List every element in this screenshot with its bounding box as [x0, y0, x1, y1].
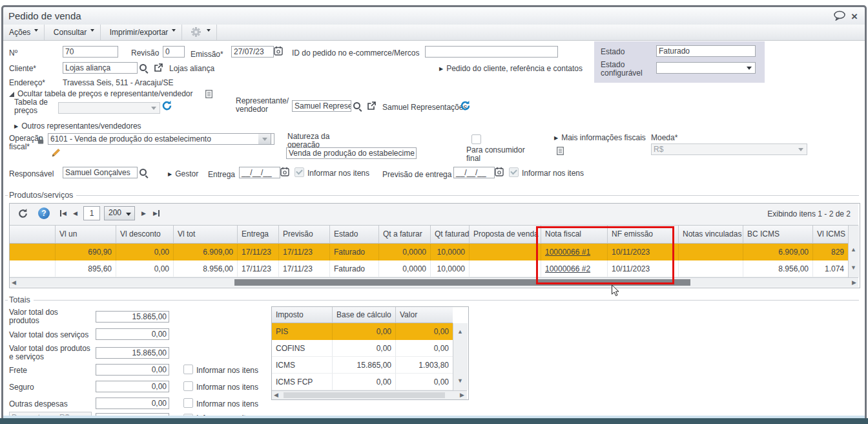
frete-field[interactable]: 0,00: [96, 364, 169, 376]
gestor-toggle[interactable]: Gestor: [168, 169, 198, 178]
col-header-vl-icms[interactable]: Vl ICMS: [813, 226, 848, 244]
col-header-qt-faturada[interactable]: Qt faturada: [431, 226, 470, 244]
outras-despesas-informar-checkbox[interactable]: [183, 398, 193, 408]
combo-dropdown-button[interactable]: [258, 133, 271, 145]
cell-vl-un: 895,60: [56, 260, 116, 277]
consultar-menu-button[interactable]: Consultar: [48, 25, 101, 40]
frete-informar-checkbox[interactable]: [183, 365, 193, 374]
search-icon[interactable]: [140, 169, 148, 177]
seguro-field[interactable]: 0,00: [96, 381, 169, 392]
outros-representantes-toggle[interactable]: Outros representantes/vendedores: [14, 122, 141, 131]
note-icon[interactable]: [205, 89, 212, 101]
ocultar-tabela-toggle[interactable]: Ocultar tabela de preços e representante…: [9, 89, 193, 98]
scroll-up-icon[interactable]: ▲: [457, 328, 463, 335]
close-icon[interactable]: [851, 11, 860, 20]
scroll-down-icon[interactable]: ▼: [851, 264, 856, 271]
scroll-right-icon[interactable]: ▶: [852, 279, 856, 286]
external-link-icon[interactable]: [154, 63, 163, 75]
col-header-valor[interactable]: Valor: [396, 307, 453, 323]
col-header-entrega[interactable]: Entrega: [238, 226, 279, 244]
responsavel-field[interactable]: Samuel Gonçalves: [63, 167, 138, 178]
pagination-prev-icon[interactable]: ◀: [73, 210, 78, 217]
previsao-informar-checkbox[interactable]: [509, 167, 519, 177]
scroll-right-icon[interactable]: ▶: [460, 392, 464, 398]
pagination-next-icon[interactable]: ▶: [141, 210, 146, 217]
scrollbar-thumb[interactable]: [284, 392, 445, 398]
col-header-vl-tot[interactable]: Vl tot: [174, 226, 238, 244]
scroll-left-icon[interactable]: ◀: [274, 392, 278, 398]
scroll-up-icon[interactable]: ▲: [851, 246, 856, 253]
search-icon[interactable]: [140, 64, 148, 72]
estado-configuravel-select[interactable]: [656, 62, 756, 74]
no-field[interactable]: 70: [63, 46, 118, 58]
comment-icon[interactable]: [833, 10, 846, 23]
col-header-bc-icms[interactable]: BC ICMS: [743, 226, 813, 244]
operacao-fiscal-combo[interactable]: 6101 - Venda de produção do estabelecime…: [48, 133, 274, 145]
previsao-date-field[interactable]: __/__/__: [453, 167, 495, 178]
calendar-icon[interactable]: [280, 167, 290, 180]
col-header-base-calculo[interactable]: Base de cálculo: [333, 307, 396, 323]
entrega-date-field[interactable]: __/__/__: [239, 167, 280, 178]
pagination-last-icon[interactable]: ▶: [153, 210, 160, 217]
entrega-informar-checkbox[interactable]: [294, 167, 304, 177]
representante-field[interactable]: Samuel Represe: [292, 100, 351, 112]
calendar-icon[interactable]: [274, 46, 284, 59]
col-header-vl-desconto[interactable]: Vl desconto: [116, 226, 174, 244]
imprimir-exportar-menu-button[interactable]: Imprimir/exportar: [104, 25, 183, 40]
pedido-cliente-toggle[interactable]: Pedido do cliente, referência e contatos: [439, 64, 583, 73]
pagination-size-select[interactable]: 200: [104, 206, 135, 220]
table-row[interactable]: 895,60 0,00 8.956,00 17/11/23 17/11/23 F…: [10, 260, 848, 277]
consumidor-final-checkbox[interactable]: [471, 134, 481, 144]
frete-label: Frete: [9, 366, 27, 375]
acoes-menu-button[interactable]: Ações: [3, 25, 45, 40]
horizontal-scrollbar[interactable]: ◀ ▶: [272, 390, 467, 399]
pencil-icon[interactable]: [52, 148, 61, 160]
grid-refresh-icon[interactable]: [17, 208, 28, 222]
col-header-notas-vinculadas[interactable]: Notas vinculadas: [679, 226, 743, 244]
table-row[interactable]: COFINS 0,00 0,00: [272, 340, 453, 357]
id-ecommerce-field[interactable]: [425, 46, 558, 58]
note-icon[interactable]: [557, 146, 564, 158]
table-row[interactable]: ICMS 15.865,00 1.903,80: [272, 357, 453, 374]
col-header-proposta[interactable]: Proposta de venda: [470, 226, 541, 244]
table-row[interactable]: PIS 0,00 0,00: [272, 323, 453, 340]
natureza-field[interactable]: Venda de produção do estabelecime: [286, 147, 417, 159]
table-row[interactable]: 690,90 0,00 6.909,00 17/11/23 17/11/23 F…: [10, 244, 848, 260]
vertical-scrollbar[interactable]: ▲ ▼: [453, 323, 468, 390]
col-header-estado[interactable]: Estado: [330, 226, 379, 244]
total-servicos-field[interactable]: 0,00: [96, 328, 169, 340]
col-header-previsao[interactable]: Previsão: [279, 226, 330, 244]
cliente-link[interactable]: Lojas aliança: [169, 65, 214, 73]
help-icon[interactable]: ?: [38, 207, 50, 219]
table-row[interactable]: ICMS FCP 0,00 0,00: [272, 374, 453, 390]
refresh-icon[interactable]: [460, 100, 471, 114]
scroll-left-icon[interactable]: ◀: [12, 279, 16, 286]
revisao-field[interactable]: 0: [163, 46, 185, 58]
cliente-field[interactable]: Lojas aliança: [63, 62, 138, 74]
col-header-qt-a-faturar[interactable]: Qt a faturar: [379, 226, 431, 244]
vertical-scrollbar[interactable]: ▲ ▼: [848, 226, 859, 277]
horizontal-scrollbar[interactable]: ◀ ▶: [10, 277, 858, 287]
tabela-precos-select[interactable]: [58, 102, 160, 114]
refresh-icon[interactable]: [161, 100, 172, 114]
search-icon[interactable]: [353, 102, 362, 111]
total-produtos-field[interactable]: 15.865,00: [96, 311, 169, 323]
col-header-imposto[interactable]: Imposto: [272, 307, 333, 323]
calendar-icon[interactable]: [495, 167, 504, 180]
cell-vl-desconto: 0,00: [116, 260, 174, 277]
pagination-page-field[interactable]: 1: [83, 206, 100, 220]
estado-field[interactable]: Faturado: [656, 45, 756, 57]
moeda-select[interactable]: R$: [651, 143, 807, 155]
settings-menu-button[interactable]: [185, 25, 217, 40]
seguro-informar-checkbox[interactable]: [183, 381, 193, 391]
external-link-icon[interactable]: [367, 101, 377, 113]
pagination-first-icon[interactable]: ◀: [60, 210, 67, 217]
representante-link[interactable]: Samuel Representações: [382, 103, 467, 112]
outras-despesas-field[interactable]: 0,00: [96, 398, 169, 409]
total-produtos-servicos-field[interactable]: 15.865,00: [96, 347, 169, 359]
mais-informacoes-toggle[interactable]: Mais informações fiscais: [554, 133, 646, 142]
emissao-field[interactable]: 27/07/23: [231, 46, 274, 58]
col-header-handle[interactable]: [10, 226, 56, 244]
scroll-down-icon[interactable]: ▼: [457, 377, 463, 384]
col-header-vl-un[interactable]: Vl un: [56, 226, 116, 244]
